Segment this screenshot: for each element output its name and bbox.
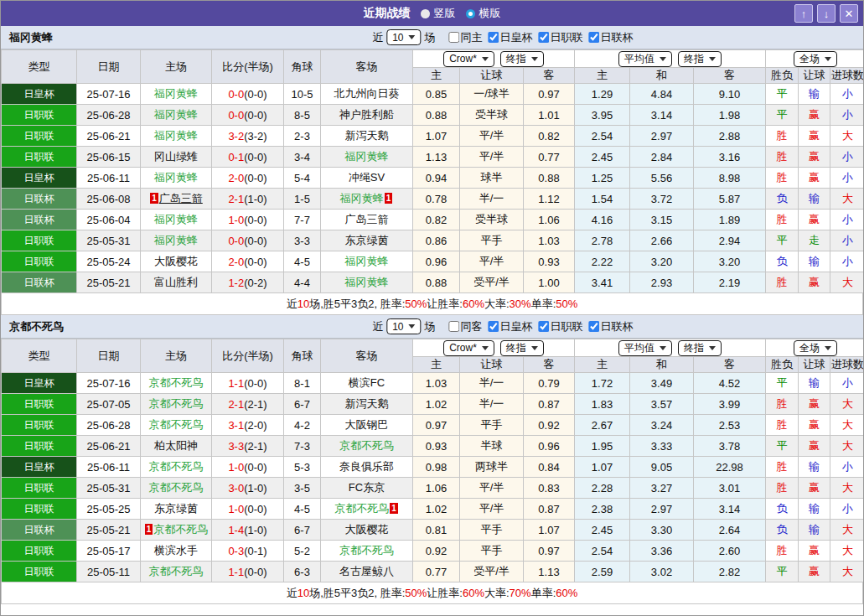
team-link[interactable]: 福冈黄蜂	[154, 87, 198, 100]
close-button[interactable]: ✕	[840, 4, 858, 23]
away-team-cell: 大阪钢巴	[321, 415, 413, 436]
team-link[interactable]: 福冈黄蜂	[340, 192, 384, 204]
filter-checkbox[interactable]	[538, 32, 549, 43]
team-link[interactable]: 京都不死鸟	[149, 418, 204, 431]
filter-checkbox[interactable]	[448, 321, 459, 332]
filter-checkbox[interactable]	[448, 32, 459, 43]
filter-checkbox[interactable]	[588, 321, 599, 332]
team-link[interactable]: 福冈黄蜂	[345, 255, 389, 267]
column-header: 和	[630, 357, 694, 373]
team-link[interactable]: 广岛三箭	[159, 192, 203, 204]
chevron-down-icon	[825, 346, 831, 350]
move-up-button[interactable]: ↑	[794, 4, 813, 23]
filter-option[interactable]: 同客	[438, 319, 482, 334]
team-link[interactable]: 奈良俱乐部	[339, 460, 394, 473]
average-source-select[interactable]: 平均值	[618, 51, 672, 67]
team-link[interactable]: 福冈黄蜂	[154, 171, 198, 184]
filter-checkbox[interactable]	[488, 32, 499, 43]
team-link[interactable]: 名古屋鲸八	[339, 565, 394, 577]
avg-home-cell: 2.45	[575, 147, 630, 168]
recent-games-select[interactable]: 10	[386, 318, 421, 334]
team-link[interactable]: 福冈黄蜂	[345, 276, 389, 288]
match-row: 日皇杯25-06-11福冈黄蜂2-0(0-0)5-4冲绳SV0.94球半0.88…	[2, 168, 864, 189]
team-link[interactable]: 大阪樱花	[345, 523, 389, 536]
avg-draw-cell: 3.15	[630, 210, 694, 230]
team-link[interactable]: 福冈黄蜂	[154, 108, 198, 121]
filter-option[interactable]: 同主	[438, 30, 482, 45]
result-wdl-cell: 胜	[766, 541, 799, 562]
team-link[interactable]: 京都不死鸟	[149, 376, 204, 389]
team-link[interactable]: 福冈黄蜂	[154, 213, 198, 225]
chevron-down-icon	[482, 57, 489, 61]
chevron-down-icon	[709, 57, 716, 61]
select-value: 10	[392, 321, 403, 333]
average-final-select[interactable]: 终指	[678, 340, 722, 356]
team-link[interactable]: 福冈黄蜂	[345, 150, 389, 163]
team-link[interactable]: 东京绿茵	[345, 234, 389, 246]
filter-option[interactable]: 日皇杯	[482, 30, 532, 45]
team-link[interactable]: 神户胜利船	[339, 108, 394, 121]
halftime-score: (2-1)	[244, 440, 266, 453]
filter-option[interactable]: 日职联	[532, 319, 582, 334]
team-link[interactable]: 京都不死鸟	[153, 523, 208, 536]
team-link[interactable]: 广岛三箭	[345, 213, 389, 225]
home-team-cell: 福冈黄蜂	[141, 105, 212, 126]
avg-away-cell: 2.88	[694, 126, 766, 147]
filter-checkbox[interactable]	[588, 32, 599, 43]
column-header: 让球	[799, 357, 830, 373]
filter-option[interactable]: 日职联	[532, 30, 582, 45]
odds-handicap-cell: 平手	[460, 520, 524, 541]
radio-vertical[interactable]: 竖版	[421, 6, 456, 21]
filter-option[interactable]: 日皇杯	[482, 319, 532, 334]
move-down-button[interactable]: ↓	[817, 4, 836, 23]
team-link[interactable]: 大阪钢巴	[345, 418, 389, 431]
recent-games-select[interactable]: 10	[386, 29, 421, 45]
odds-final-select[interactable]: 终指	[500, 340, 544, 356]
column-header: 角球	[284, 339, 321, 373]
match-type-cell: 日职联	[2, 394, 77, 415]
team-link[interactable]: 京都不死鸟	[149, 481, 204, 494]
match-type-cell: 日职联	[2, 478, 77, 499]
odds-final-select[interactable]: 终指	[500, 51, 544, 67]
avg-draw-cell: 3.36	[630, 541, 694, 562]
odds-source-select[interactable]: Crow*	[443, 51, 494, 67]
team-link[interactable]: 横滨水手	[154, 544, 198, 556]
team-link[interactable]: 新泻天鹅	[345, 129, 389, 142]
team-link[interactable]: 新泻天鹅	[345, 397, 389, 410]
team-link[interactable]: 富山胜利	[154, 276, 198, 288]
team-link[interactable]: 北九州向日葵	[334, 87, 400, 100]
team-link[interactable]: 福冈黄蜂	[154, 129, 198, 142]
average-source-select[interactable]: 平均值	[618, 340, 672, 356]
team-link[interactable]: 京都不死鸟	[149, 397, 204, 410]
team-link[interactable]: 京都不死鸟	[149, 460, 204, 473]
scope-select[interactable]: 全场	[794, 340, 837, 356]
team-link[interactable]: 东京绿茵	[154, 502, 198, 515]
team-link[interactable]: 冈山绿雉	[154, 150, 198, 163]
team-link[interactable]: 大阪樱花	[154, 255, 198, 267]
radio-horizontal[interactable]: 横版	[466, 6, 501, 21]
team-link[interactable]: 冲绳SV	[349, 171, 385, 184]
match-row: 日皇杯25-07-16京都不死鸟1-1(0-0)8-1横滨FC1.03半/一0.…	[2, 373, 864, 394]
team-link[interactable]: 柏太阳神	[154, 439, 198, 452]
score-cell: 0-0(0-0)	[212, 230, 284, 251]
average-final-select[interactable]: 终指	[678, 51, 722, 67]
filter-option[interactable]: 日联杯	[582, 319, 633, 334]
team-link[interactable]: FC东京	[349, 481, 385, 494]
filter-checkbox[interactable]	[488, 321, 499, 332]
team-link[interactable]: 京都不死鸟	[149, 565, 204, 577]
scope-select[interactable]: 全场	[794, 51, 837, 67]
team-link[interactable]: 京都不死鸟	[339, 544, 394, 556]
odds-source-select[interactable]: Crow*	[443, 340, 494, 356]
date-cell: 25-05-31	[77, 230, 141, 251]
filter-checkbox[interactable]	[538, 321, 549, 332]
away-team-cell: 新泻天鹅	[321, 394, 413, 415]
team-link[interactable]: 横滨FC	[349, 376, 385, 389]
team-link[interactable]: 京都不死鸟	[334, 502, 389, 515]
result-handicap-cell: 输	[799, 251, 830, 272]
score-cell: 0-1(0-0)	[212, 147, 284, 168]
home-team-cell: 1京都不死鸟	[141, 520, 212, 541]
team-link[interactable]: 京都不死鸟	[339, 439, 394, 452]
filter-option[interactable]: 日联杯	[582, 30, 633, 45]
team-link[interactable]: 福冈黄蜂	[154, 234, 198, 246]
result-wdl-cell: 胜	[766, 478, 799, 499]
